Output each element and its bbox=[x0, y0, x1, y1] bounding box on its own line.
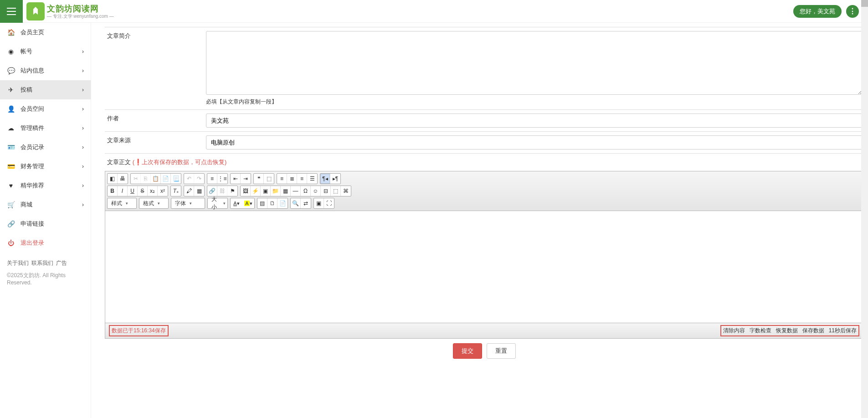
show-blocks-button[interactable]: ▣ bbox=[314, 198, 324, 208]
table-button[interactable]: ▦ bbox=[281, 186, 291, 196]
footer-link[interactable]: 联系我们 bbox=[31, 260, 53, 266]
editor-action[interactable]: 保存数据 bbox=[802, 327, 824, 335]
sidebar-item-帐号[interactable]: ◉ 帐号 › bbox=[0, 42, 91, 61]
superscript-button[interactable]: x² bbox=[158, 186, 168, 196]
underline-button[interactable]: U bbox=[128, 186, 138, 196]
replace-button[interactable]: ⇄ bbox=[301, 198, 311, 208]
media-button[interactable]: ▣ bbox=[261, 186, 271, 196]
format-select[interactable]: 格式▾ bbox=[139, 198, 169, 209]
card-icon: 💳 bbox=[7, 162, 15, 170]
numbered-list-button[interactable]: ≡ bbox=[207, 174, 217, 184]
intro-textarea[interactable] bbox=[206, 31, 863, 95]
anchor-button[interactable]: ⚑ bbox=[227, 186, 237, 196]
maximize-button[interactable]: ⛶ bbox=[324, 198, 334, 208]
undo-button[interactable]: ↶ bbox=[184, 174, 194, 184]
sidebar-item-申请链接[interactable]: 🔗 申请链接 bbox=[0, 214, 91, 233]
templates-button[interactable]: ▤ bbox=[257, 198, 267, 208]
align-justify-button[interactable]: ☰ bbox=[307, 174, 317, 184]
paste-text-button[interactable]: 📄 bbox=[161, 174, 171, 184]
source-button[interactable]: ◧ bbox=[108, 174, 118, 184]
user-greeting-badge[interactable]: 您好，美文苑 bbox=[793, 5, 842, 18]
select-all-button[interactable]: ▦ bbox=[194, 186, 204, 196]
more-menu-button[interactable]: ⋮ bbox=[846, 5, 859, 18]
text-color-button[interactable]: A▾ bbox=[231, 198, 242, 208]
editor-action[interactable]: 11秒后保存 bbox=[829, 327, 857, 335]
remove-format-button[interactable]: Tₓ bbox=[171, 186, 181, 196]
sidebar-item-财务管理[interactable]: 💳 财务管理 › bbox=[0, 157, 91, 176]
flash-button[interactable]: ⚡ bbox=[251, 186, 261, 196]
sidebar-item-label: 管理稿件 bbox=[21, 124, 44, 132]
new-page-button[interactable]: 🗋 bbox=[267, 198, 277, 208]
strike-button[interactable]: S bbox=[138, 186, 148, 196]
font-select[interactable]: 字体▾ bbox=[171, 198, 205, 209]
align-right-button[interactable]: ≡ bbox=[297, 174, 307, 184]
outdent-button[interactable]: ⇤ bbox=[231, 174, 241, 184]
ltr-button[interactable]: ¶◂ bbox=[320, 174, 330, 184]
cut-button[interactable]: ✂ bbox=[131, 174, 141, 184]
chevron-right-icon: › bbox=[82, 144, 84, 150]
code-button[interactable]: ⌘ bbox=[341, 186, 351, 196]
hr-button[interactable]: — bbox=[291, 186, 301, 196]
file-button[interactable]: 📁 bbox=[271, 186, 281, 196]
find-button[interactable]: 🔍 bbox=[291, 198, 301, 208]
home-icon: 🏠 bbox=[7, 28, 15, 36]
align-left-button[interactable]: ≡ bbox=[277, 174, 287, 184]
logo-subtitle: — 专注.文学 wenyunfang.com — bbox=[47, 13, 114, 20]
logo[interactable]: 文韵坊阅读网 — 专注.文学 wenyunfang.com — bbox=[26, 2, 114, 21]
sidebar-item-会员主页[interactable]: 🏠 会员主页 bbox=[0, 23, 91, 42]
div-button[interactable]: ⬚ bbox=[264, 174, 274, 184]
highlight-button[interactable]: 🖍 bbox=[184, 186, 194, 196]
sidebar-item-会员记录[interactable]: 🪪 会员记录 › bbox=[0, 138, 91, 157]
paste-word-button[interactable]: 📃 bbox=[171, 174, 181, 184]
menu-toggle-button[interactable] bbox=[0, 0, 23, 23]
hamburger-icon bbox=[7, 8, 16, 15]
svg-rect-1 bbox=[7, 11, 16, 12]
sidebar-item-商城[interactable]: 🛒 商城 › bbox=[0, 195, 91, 214]
sidebar-item-管理稿件[interactable]: ☁ 管理稿件 › bbox=[0, 119, 91, 138]
preview-button[interactable]: 📄 bbox=[277, 198, 288, 208]
pagebreak-button[interactable]: ⊟ bbox=[321, 186, 331, 196]
editor-action[interactable]: 恢复数据 bbox=[776, 327, 798, 335]
paste-button[interactable]: 📋 bbox=[151, 174, 161, 184]
print-button[interactable]: 🖶 bbox=[118, 174, 128, 184]
subscript-button[interactable]: x₂ bbox=[148, 186, 158, 196]
bold-button[interactable]: B bbox=[108, 186, 118, 196]
sidebar-item-精华推荐[interactable]: ♥ 精华推荐 › bbox=[0, 176, 91, 195]
submit-button[interactable]: 提交 bbox=[453, 343, 482, 359]
sidebar-item-投稿[interactable]: ✈ 投稿 › bbox=[0, 80, 91, 99]
editor-textarea[interactable] bbox=[105, 211, 863, 323]
special-char-button[interactable]: Ω bbox=[301, 186, 311, 196]
body-header: 文章正文 (❗上次有保存的数据，可点击恢复) bbox=[105, 154, 863, 171]
bullet-list-button[interactable]: ⋮≡ bbox=[217, 174, 227, 184]
footer-link[interactable]: 关于我们 bbox=[7, 260, 29, 266]
author-input[interactable] bbox=[206, 114, 863, 128]
redo-button[interactable]: ↷ bbox=[194, 174, 204, 184]
source-input[interactable] bbox=[206, 135, 863, 150]
editor-action[interactable]: 清除内容 bbox=[723, 327, 745, 335]
italic-button[interactable]: I bbox=[118, 186, 128, 196]
save-status: 数据已于15:16:34保存 bbox=[109, 325, 169, 336]
body-label: 文章正文 bbox=[107, 159, 131, 165]
emoji-button[interactable]: ☺ bbox=[311, 186, 321, 196]
size-select[interactable]: 大小▾ bbox=[207, 198, 228, 209]
vertical-scrollbar[interactable] bbox=[861, 0, 868, 418]
sidebar-item-会员空间[interactable]: 👤 会员空间 › bbox=[0, 99, 91, 119]
reset-button[interactable]: 重置 bbox=[487, 343, 516, 359]
link-button[interactable]: 🔗 bbox=[207, 186, 217, 196]
sidebar-item-退出登录[interactable]: ⏻ 退出登录 bbox=[0, 233, 91, 253]
footer-link[interactable]: 广告 bbox=[56, 260, 67, 266]
iframe-button[interactable]: ⬚ bbox=[331, 186, 341, 196]
body-restore-notice[interactable]: (❗上次有保存的数据，可点击恢复) bbox=[133, 159, 227, 165]
bg-color-button[interactable]: A▾ bbox=[242, 198, 254, 208]
editor-action[interactable]: 字数检查 bbox=[750, 327, 771, 335]
indent-button[interactable]: ⇥ bbox=[241, 174, 251, 184]
align-center-button[interactable]: ≣ bbox=[287, 174, 297, 184]
sidebar-item-站内信息[interactable]: 💬 站内信息 › bbox=[0, 61, 91, 80]
image-button[interactable]: 🖼 bbox=[241, 186, 251, 196]
paragraph-style-select[interactable]: 样式▾ bbox=[107, 198, 137, 209]
unlink-button[interactable]: ⛓ bbox=[217, 186, 227, 196]
form-actions: 提交 重置 bbox=[105, 339, 863, 363]
copy-button[interactable]: ⎘ bbox=[141, 174, 151, 184]
blockquote-button[interactable]: ❝ bbox=[254, 174, 264, 184]
rtl-button[interactable]: ▸¶ bbox=[330, 174, 340, 184]
